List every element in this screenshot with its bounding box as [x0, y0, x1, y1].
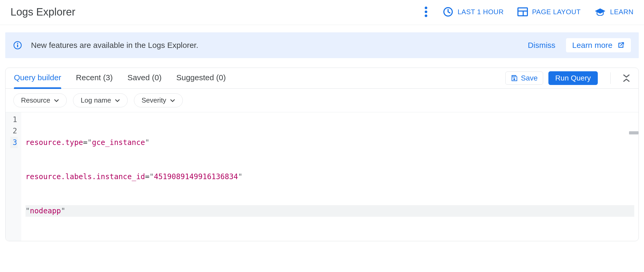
- tab-saved[interactable]: Saved (0): [127, 73, 162, 83]
- severity-chip-label: Severity: [142, 96, 166, 104]
- chevron-down-icon: [170, 99, 175, 102]
- page-layout-button[interactable]: PAGE LAYOUT: [517, 7, 581, 16]
- line-number: 3: [10, 137, 18, 148]
- line-number: 1: [10, 114, 18, 125]
- collapse-toggle-button[interactable]: [621, 74, 632, 82]
- tabs-row: Query builder Recent (3) Saved (0) Sugge…: [6, 68, 638, 89]
- svg-point-0: [425, 7, 427, 9]
- clock-icon: [443, 7, 453, 17]
- open-in-new-icon: [617, 42, 625, 49]
- time-range-button[interactable]: LAST 1 HOUR: [443, 7, 504, 17]
- query-editor[interactable]: 1 2 3 resource.type="gce_instance" resou…: [6, 112, 638, 241]
- svg-point-8: [17, 43, 18, 44]
- layout-icon: [517, 7, 528, 16]
- time-range-label: LAST 1 HOUR: [458, 8, 504, 16]
- resource-chip[interactable]: Resource: [13, 93, 67, 107]
- svg-rect-9: [17, 44, 18, 47]
- chevron-down-icon: [115, 99, 120, 102]
- tab-query-builder[interactable]: Query builder: [14, 73, 61, 83]
- chevron-down-icon: [623, 74, 630, 78]
- info-icon: [13, 41, 22, 50]
- line-number: 2: [10, 125, 18, 137]
- banner-text: New features are available in the Logs E…: [31, 41, 528, 50]
- svg-point-1: [425, 11, 427, 13]
- editor-scrollbar[interactable]: [629, 131, 638, 134]
- tab-suggested[interactable]: Suggested (0): [176, 73, 226, 83]
- learn-label: LEARN: [610, 8, 633, 16]
- banner-learn-more-label: Learn more: [572, 41, 612, 50]
- top-actions: LAST 1 HOUR PAGE LAYOUT LEARN: [423, 5, 633, 19]
- svg-rect-10: [513, 75, 515, 77]
- tabs: Query builder Recent (3) Saved (0) Sugge…: [12, 68, 226, 88]
- query-panel: Query builder Recent (3) Saved (0) Sugge…: [5, 68, 639, 241]
- page-layout-label: PAGE LAYOUT: [532, 8, 581, 16]
- code-line: "nodeapp": [25, 205, 634, 216]
- learn-button[interactable]: LEARN: [594, 8, 633, 16]
- filter-chips-row: Resource Log name Severity: [6, 89, 638, 112]
- svg-point-11: [513, 78, 515, 80]
- chevron-up-icon: [623, 78, 630, 82]
- more-options-button[interactable]: [423, 5, 429, 19]
- banner-dismiss-button[interactable]: Dismiss: [528, 41, 555, 50]
- page-title: Logs Explorer: [11, 6, 75, 18]
- resource-chip-label: Resource: [21, 96, 50, 104]
- vertical-divider: [610, 72, 611, 84]
- editor-gutter: 1 2 3: [6, 112, 21, 241]
- banner-actions: Dismiss Learn more: [528, 38, 631, 52]
- tabs-actions: Save Run Query: [505, 71, 632, 85]
- log-name-chip[interactable]: Log name: [73, 93, 128, 107]
- editor-code[interactable]: resource.type="gce_instance" resource.la…: [21, 112, 638, 241]
- code-line: resource.labels.instance_id="45190891499…: [25, 171, 634, 182]
- tab-recent[interactable]: Recent (3): [76, 73, 113, 83]
- code-line: resource.type="gce_instance": [25, 137, 634, 148]
- save-label: Save: [521, 74, 538, 82]
- svg-point-2: [425, 14, 427, 17]
- top-header: Logs Explorer LAST 1 HOUR: [0, 0, 644, 25]
- log-name-chip-label: Log name: [81, 96, 111, 104]
- severity-chip[interactable]: Severity: [134, 93, 183, 107]
- feature-banner: New features are available in the Logs E…: [5, 32, 639, 58]
- banner-learn-more-button[interactable]: Learn more: [566, 38, 631, 52]
- save-button[interactable]: Save: [505, 72, 543, 85]
- more-vert-icon: [424, 6, 428, 17]
- graduation-cap-icon: [594, 8, 606, 16]
- run-query-button[interactable]: Run Query: [548, 71, 598, 85]
- chevron-down-icon: [54, 99, 59, 102]
- save-icon: [511, 75, 518, 82]
